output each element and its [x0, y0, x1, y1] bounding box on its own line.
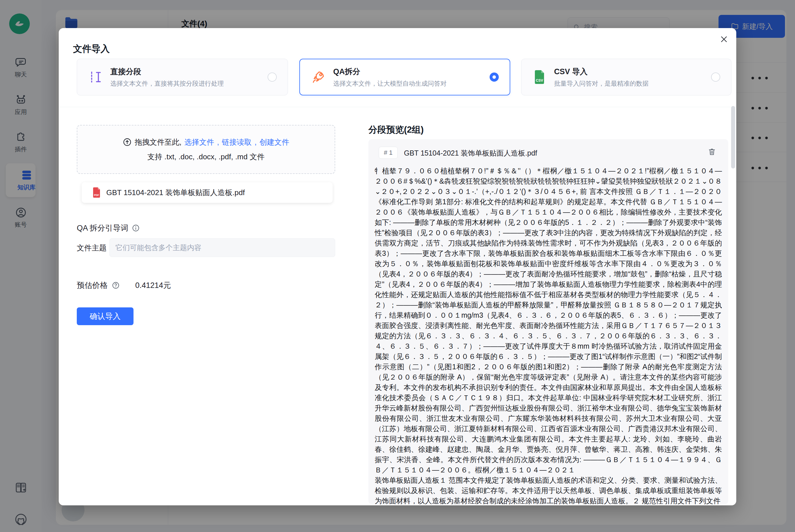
- mode-card-qa-split[interactable]: QA拆分 选择文本文件，让大模型自动生成问答对: [299, 59, 510, 95]
- radio-qa-split[interactable]: [490, 73, 499, 82]
- chunk-paragraph: 装饰单板贴面人造板１ 范围本文件规定了装饰单板贴面人造板的术语和定义、分类、要求…: [375, 475, 722, 504]
- delete-chunk-button[interactable]: [707, 147, 716, 157]
- supported-formats: 支持 .txt, .doc, .docx, .pdf, .md 文件: [148, 152, 265, 162]
- file-import-modal: 文件导入 直接分段 选择文本文件，直接将其按分段进行处理: [59, 28, 736, 505]
- svg-text:PDF: PDF: [94, 194, 99, 196]
- mode-title: QA拆分: [333, 66, 447, 77]
- chunk-paragraph: 牜植辇７９．０６０植植辇㭎７０!”＃＄％＆’’（）＊椵㭎／檄１５１０４—２０２１…: [375, 166, 722, 475]
- select-file-link[interactable]: 选择文件: [184, 137, 214, 147]
- mode-card-direct-segment[interactable]: 直接分段 选择文本文件，直接将其按分段进行处理: [77, 59, 288, 95]
- preview-heading: 分段预览(2组): [368, 124, 424, 136]
- modal-title: 文件导入: [73, 43, 110, 55]
- chunk-file-name: GBT 15104-2021 装饰单板贴面人造板.pdf: [404, 148, 537, 158]
- link-read-link[interactable]: 链接读取: [222, 137, 252, 147]
- dropzone-text: 拖拽文件至此,: [135, 137, 181, 147]
- close-icon[interactable]: [718, 33, 730, 45]
- trash-icon: [707, 147, 716, 156]
- uploaded-file-item: PDF GBT 15104-2021 装饰单板贴面人造板.pdf: [82, 182, 333, 203]
- price-value: 0.41214元: [135, 280, 171, 290]
- topic-placeholder: 它们可能包含多个主题内容: [115, 243, 202, 252]
- info-icon[interactable]: [132, 224, 140, 232]
- mode-desc: 选择文本文件，让大模型自动生成问答对: [333, 79, 447, 88]
- upload-icon: [122, 137, 132, 147]
- mode-desc: 批量导入问答对，是最精准的数据: [554, 79, 649, 88]
- radio-csv-import[interactable]: [711, 73, 720, 82]
- screen: 聊天 应用 插件: [0, 0, 795, 532]
- mode-title: CSV 导入: [554, 66, 649, 77]
- modal-scrollbar-thumb[interactable]: [731, 106, 735, 168]
- preview-chunk-card: # 1 GBT 15104-2021 装饰单板贴面人造板.pdf 牜植辇７９．０…: [368, 139, 728, 504]
- link-separator: ,: [217, 138, 219, 147]
- preview-chunk-header: # 1 GBT 15104-2021 装饰单板贴面人造板.pdf: [368, 139, 728, 166]
- price-row: 预估价格 0.41214元: [77, 280, 171, 290]
- csv-file-icon: CSV: [532, 70, 547, 84]
- svg-text:CSV: CSV: [536, 78, 543, 82]
- topic-label: 文件主题: [77, 243, 107, 253]
- rocket-icon: [311, 70, 326, 84]
- topic-input[interactable]: 它们可能包含多个主题内容: [110, 239, 335, 257]
- uploaded-file-name: GBT 15104-2021 装饰单板贴面人造板.pdf: [106, 188, 245, 198]
- qa-prompt-label-text: QA 拆分引导词: [77, 223, 128, 233]
- link-separator: ,: [255, 138, 257, 147]
- segment-icon: [88, 70, 103, 84]
- price-label: 预估价格: [77, 280, 108, 290]
- chunk-index-badge: # 1: [379, 147, 398, 159]
- file-dropzone[interactable]: 拖拽文件至此, 选择文件, 链接读取, 创建文件 支持 .txt, .doc, …: [77, 125, 335, 174]
- modal-divider: [59, 107, 736, 107]
- help-icon[interactable]: [112, 281, 120, 289]
- pdf-file-icon: PDF: [91, 187, 102, 198]
- create-file-link[interactable]: 创建文件: [260, 137, 289, 147]
- mode-card-csv-import[interactable]: CSV CSV 导入 批量导入问答对，是最精准的数据: [521, 59, 732, 95]
- radio-direct-segment[interactable]: [268, 73, 277, 82]
- confirm-import-button[interactable]: 确认导入: [77, 307, 133, 325]
- mode-title: 直接分段: [110, 66, 224, 77]
- chunk-text: 牜植辇７９．０６０植植辇㭎７０!”＃＄％＆’’（）＊椵㭎／檄１５１０４—２０２１…: [375, 166, 722, 504]
- qa-prompt-label: QA 拆分引导词: [77, 223, 140, 233]
- mode-desc: 选择文本文件，直接将其按分段进行处理: [110, 79, 224, 88]
